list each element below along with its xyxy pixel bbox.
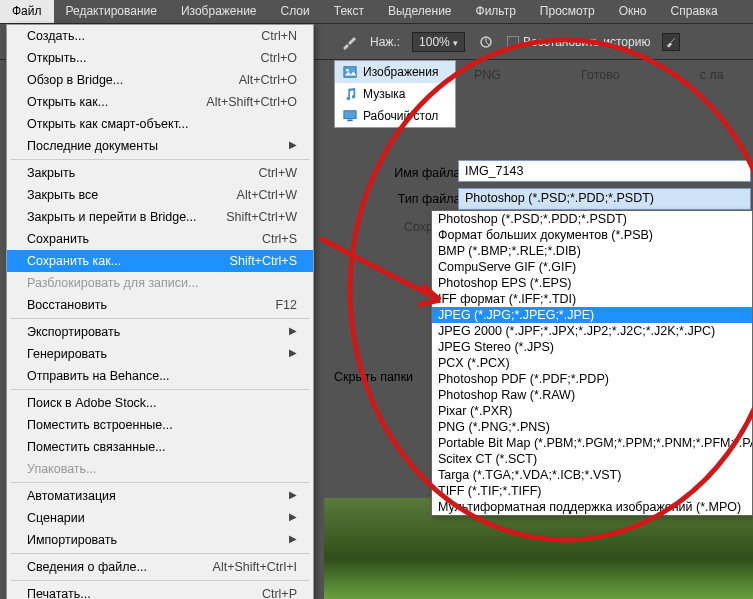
format-option[interactable]: JPEG (*.JPG;*.JPEG;*.JPE) (432, 307, 752, 323)
format-option[interactable]: Формат больших документов (*.PSB) (432, 227, 752, 243)
file-menu-item[interactable]: Обзор в Bridge...Alt+Ctrl+O (7, 69, 313, 91)
file-menu-item[interactable]: Закрыть и перейти в Bridge...Shift+Ctrl+… (7, 206, 313, 228)
submenu-arrow-icon: ▶ (289, 533, 297, 547)
hide-folders-link[interactable]: Скрыть папки (334, 370, 413, 384)
format-option[interactable]: Scitex CT (*.SCT) (432, 451, 752, 467)
file-menu-item[interactable]: СохранитьCtrl+S (7, 228, 313, 250)
mode-label: Наж.: (370, 35, 400, 49)
sidebar-item[interactable]: Музыка (335, 83, 455, 105)
menu-Выделение[interactable]: Выделение (376, 0, 464, 23)
format-option[interactable]: JPEG 2000 (*.JPF;*.JPX;*.JP2;*.J2C;*.J2K… (432, 323, 752, 339)
file-menu-item[interactable]: Открыть...Ctrl+O (7, 47, 313, 69)
format-option[interactable]: PCX (*.PCX) (432, 355, 752, 371)
menu-Файл[interactable]: Файл (0, 0, 54, 23)
format-option[interactable]: TIFF (*.TIF;*.TIFF) (432, 483, 752, 499)
col-type: PNG (474, 68, 501, 82)
format-dropdown-list: Photoshop (*.PSD;*.PDD;*.PSDT)Формат бол… (431, 210, 753, 516)
file-menu-item[interactable]: Импортировать▶ (7, 529, 313, 551)
file-menu-item[interactable]: Автоматизация▶ (7, 485, 313, 507)
file-menu-item[interactable]: Создать...Ctrl+N (7, 25, 313, 47)
svg-rect-4 (347, 120, 352, 122)
format-option[interactable]: Pixar (*.PXR) (432, 403, 752, 419)
svg-rect-1 (344, 67, 356, 78)
file-menu-item[interactable]: Поместить связанные... (7, 436, 313, 458)
col-extra: с ла (700, 68, 724, 82)
format-option[interactable]: Portable Bit Map (*.PBM;*.PGM;*.PPM;*.PN… (432, 435, 752, 451)
zoom-value[interactable]: 100% ▾ (412, 32, 465, 52)
save-sidebar: ИзображенияМузыкаРабочий стол (334, 60, 456, 128)
submenu-arrow-icon: ▶ (289, 139, 297, 153)
format-option[interactable]: IFF формат (*.IFF;*.TDI) (432, 291, 752, 307)
picture-icon (343, 65, 357, 79)
format-option[interactable]: Photoshop (*.PSD;*.PDD;*.PSDT) (432, 211, 752, 227)
file-menu-item[interactable]: Сведения о файле...Alt+Shift+Ctrl+I (7, 556, 313, 578)
filename-input[interactable] (458, 160, 751, 182)
menu-Изображение[interactable]: Изображение (169, 0, 269, 23)
file-menu-item[interactable]: Поместить встроенные... (7, 414, 313, 436)
sidebar-item[interactable]: Изображения (335, 61, 455, 83)
music-icon (343, 87, 357, 101)
format-option[interactable]: Photoshop EPS (*.EPS) (432, 275, 752, 291)
file-menu-item[interactable]: Открыть как смарт-объект... (7, 113, 313, 135)
svg-point-2 (346, 69, 349, 72)
file-menu-dropdown: Создать...Ctrl+NОткрыть...Ctrl+OОбзор в … (6, 24, 314, 599)
save-as-dialog: ИзображенияМузыкаРабочий стол PNG Готово… (334, 60, 753, 599)
submenu-arrow-icon: ▶ (289, 489, 297, 503)
format-option[interactable]: Targa (*.TGA;*.VDA;*.ICB;*.VST) (432, 467, 752, 483)
file-menu-item[interactable]: Печатать...Ctrl+P (7, 583, 313, 599)
file-menu-item[interactable]: Отправить на Behance... (7, 365, 313, 387)
menu-Редактирование[interactable]: Редактирование (54, 0, 169, 23)
filetype-label: Тип файла: (354, 186, 464, 212)
menu-separator (11, 318, 309, 319)
desktop-icon (343, 109, 357, 123)
menu-Слои[interactable]: Слои (269, 0, 322, 23)
menu-separator (11, 553, 309, 554)
brush-icon[interactable] (340, 33, 358, 51)
menu-separator (11, 389, 309, 390)
history-brush-icon[interactable] (662, 33, 680, 51)
format-option[interactable]: Photoshop PDF (*.PDF;*.PDP) (432, 371, 752, 387)
submenu-arrow-icon: ▶ (289, 511, 297, 525)
submenu-arrow-icon: ▶ (289, 347, 297, 361)
format-option[interactable]: Photoshop Raw (*.RAW) (432, 387, 752, 403)
file-menu-item[interactable]: Сценарии▶ (7, 507, 313, 529)
file-menu-item[interactable]: Последние документы▶ (7, 135, 313, 157)
svg-rect-3 (344, 111, 356, 119)
menu-separator (11, 580, 309, 581)
col-status: Готово (581, 68, 620, 82)
column-headers: PNG Готово с ла (474, 68, 749, 82)
pressure-icon[interactable] (477, 33, 495, 51)
filetype-select[interactable]: Photoshop (*.PSD;*.PDD;*.PSDT) (458, 188, 751, 210)
file-menu-item[interactable]: Открыть как...Alt+Shift+Ctrl+O (7, 91, 313, 113)
menu-separator (11, 159, 309, 160)
restore-history-checkbox[interactable]: Восстановить историю (507, 35, 650, 49)
file-menu-item[interactable]: Генерировать▶ (7, 343, 313, 365)
filename-label: Имя файла: (354, 160, 464, 186)
file-menu-item: Упаковать... (7, 458, 313, 480)
menu-Просмотр[interactable]: Просмотр (528, 0, 607, 23)
menu-Текст[interactable]: Текст (322, 0, 376, 23)
format-option[interactable]: BMP (*.BMP;*.RLE;*.DIB) (432, 243, 752, 259)
file-menu-item[interactable]: ЗакрытьCtrl+W (7, 162, 313, 184)
file-menu-item[interactable]: Экспортировать▶ (7, 321, 313, 343)
file-menu-item[interactable]: Закрыть всеAlt+Ctrl+W (7, 184, 313, 206)
menu-Окно[interactable]: Окно (607, 0, 659, 23)
file-menu-item[interactable]: ВосстановитьF12 (7, 294, 313, 316)
file-menu-item[interactable]: Поиск в Adobe Stock... (7, 392, 313, 414)
format-option[interactable]: PNG (*.PNG;*.PNS) (432, 419, 752, 435)
menu-separator (11, 482, 309, 483)
file-menu-item: Разблокировать для записи... (7, 272, 313, 294)
menubar: ФайлРедактированиеИзображениеСлоиТекстВы… (0, 0, 753, 24)
menu-Фильтр[interactable]: Фильтр (464, 0, 528, 23)
format-option[interactable]: JPEG Stereo (*.JPS) (432, 339, 752, 355)
menu-Справка[interactable]: Справка (659, 0, 730, 23)
format-option[interactable]: Мультиформатная поддержка изображений (*… (432, 499, 752, 515)
submenu-arrow-icon: ▶ (289, 325, 297, 339)
file-menu-item[interactable]: Сохранить как...Shift+Ctrl+S (7, 250, 313, 272)
format-option[interactable]: CompuServe GIF (*.GIF) (432, 259, 752, 275)
sidebar-item[interactable]: Рабочий стол (335, 105, 455, 127)
